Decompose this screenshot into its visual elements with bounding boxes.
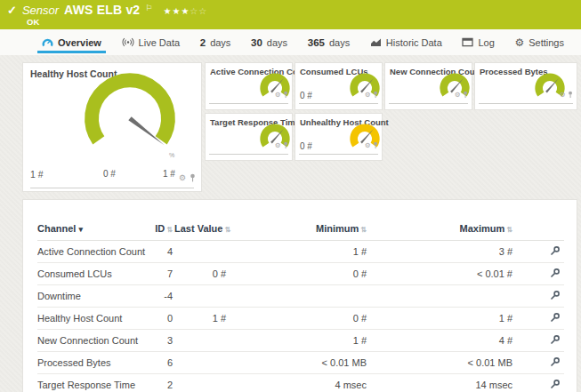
gauge-icon xyxy=(42,37,53,47)
object-kind-label: Sensor xyxy=(22,4,59,17)
log-icon xyxy=(462,37,473,47)
gear-icon[interactable]: ⚙ xyxy=(275,92,281,99)
panel-divider xyxy=(299,103,378,104)
tab-label: days xyxy=(329,37,350,48)
table-row-healthy-host-count[interactable]: Healthy Host Count01 #0 #1 # xyxy=(37,308,564,330)
cell-last-value xyxy=(174,374,228,392)
cell-maximum: < 0.01 MB xyxy=(368,352,514,374)
channel-settings-icon[interactable] xyxy=(550,268,561,280)
cell-maximum: 4 # xyxy=(368,330,514,352)
priority-stars[interactable]: ★★★☆☆ xyxy=(163,6,207,16)
pin-icon[interactable] xyxy=(373,88,378,101)
table-row-consumed-lcus[interactable]: Consumed LCUs70 #0 #< 0.01 # xyxy=(37,263,564,285)
sensor-header: ✓ Sensor AWS ELB v2 ⚐ ★★★☆☆ OK xyxy=(0,0,581,29)
cell-id: 7 xyxy=(146,263,174,285)
gauge-dial xyxy=(68,70,192,175)
gear-icon[interactable]: ⚙ xyxy=(365,92,371,99)
channel-settings-icon[interactable] xyxy=(550,356,561,369)
tab-settings[interactable]: ⚙Settings xyxy=(510,29,569,55)
gear-icon[interactable]: ⚙ xyxy=(560,92,566,99)
flag-icon: ⚐ xyxy=(145,4,152,12)
cell-last-value: 0 # xyxy=(174,263,228,285)
tab-label-strong: 365 xyxy=(308,37,325,48)
panel-divider xyxy=(479,103,573,104)
table-row-target-response-time[interactable]: Target Response Time24 msec14 msec xyxy=(37,374,564,392)
channel-settings-icon[interactable] xyxy=(550,290,561,302)
star-icon[interactable]: ★ xyxy=(163,6,172,16)
settings-gear-icon: ⚙ xyxy=(514,37,524,48)
tab-historic-data[interactable]: Historic Data xyxy=(366,29,447,55)
cell-channel: Active Connection Count xyxy=(37,241,146,263)
pin-icon[interactable] xyxy=(283,139,288,152)
column-header-minimum[interactable]: Minimum⇅ xyxy=(228,218,368,241)
column-header-last-value[interactable]: Last Value⇅ xyxy=(174,218,228,241)
cell-maximum xyxy=(368,285,514,308)
channel-settings-icon[interactable] xyxy=(550,379,561,391)
panel-divider xyxy=(30,188,194,188)
gauge-panel-healthy-host-count: Healthy Host Count % 0 # 1 # 1 # ⚙ xyxy=(22,62,202,192)
table-row-downtime[interactable]: Downtime-4 xyxy=(37,285,564,308)
tab-365-days[interactable]: 365days xyxy=(303,29,354,55)
star-icon[interactable]: ☆ xyxy=(190,6,198,16)
gear-icon[interactable]: ⚙ xyxy=(179,174,186,182)
tab-overview[interactable]: Overview xyxy=(37,29,106,55)
cell-minimum: 0 # xyxy=(228,263,368,285)
cell-maximum: 14 msec xyxy=(368,374,514,392)
gear-icon[interactable]: ⚙ xyxy=(275,142,281,149)
gauge-panel-consumed-lcus: Consumed LCUs 0 #⚙ xyxy=(295,62,383,110)
sort-icon: ⇅ xyxy=(166,226,173,234)
gear-icon[interactable]: ⚙ xyxy=(365,142,371,149)
cell-id: 2 xyxy=(146,374,174,392)
table-row-processed-bytes[interactable]: Processed Bytes6< 0.01 MB< 0.01 MB xyxy=(37,352,564,374)
status-ok-check-icon: ✓ xyxy=(7,4,17,17)
cell-channel: Processed Bytes xyxy=(37,352,146,374)
pin-icon[interactable] xyxy=(283,88,288,101)
star-icon[interactable]: ★ xyxy=(172,6,181,16)
sort-icon: ⇅ xyxy=(224,226,230,234)
panel-divider xyxy=(209,154,288,155)
panel-divider xyxy=(209,103,288,104)
column-header-id[interactable]: ID⇅ xyxy=(146,218,174,241)
gear-icon[interactable]: ⚙ xyxy=(455,92,461,99)
tab-30-days[interactable]: 30days xyxy=(246,29,292,55)
cell-minimum: 1 # xyxy=(228,330,368,352)
tab-label: Live Data xyxy=(139,37,180,48)
star-icon[interactable]: ★ xyxy=(181,6,190,16)
tab-log[interactable]: Log xyxy=(457,29,498,55)
sort-desc-icon: ▾ xyxy=(78,225,83,234)
pin-icon[interactable] xyxy=(190,170,196,186)
channel-settings-icon[interactable] xyxy=(550,334,561,347)
prtg-sensor-overview-page: ✓ Sensor AWS ELB v2 ⚐ ★★★☆☆ OK OverviewL… xyxy=(0,0,581,392)
channel-settings-icon[interactable] xyxy=(550,245,561,258)
star-icon[interactable]: ☆ xyxy=(198,6,207,16)
gauge-panel-active-connection-count: Active Connection Count ⚙ xyxy=(205,62,293,110)
column-header-maximum[interactable]: Maximum⇅ xyxy=(368,218,514,241)
sort-icon: ⇅ xyxy=(360,226,367,234)
gauge-panel-unhealthy-host-count: Unhealthy Host Count 0 #⚙ xyxy=(295,113,383,161)
cell-maximum: 1 # xyxy=(368,308,514,330)
cell-last-value: 1 # xyxy=(174,308,228,330)
tab-live-data[interactable]: Live Data xyxy=(117,29,184,55)
panel-divider xyxy=(389,103,468,104)
cell-minimum: 0 # xyxy=(228,308,368,330)
cell-channel: Consumed LCUs xyxy=(37,263,146,285)
tab-label: Overview xyxy=(58,37,101,48)
cell-minimum: 1 # xyxy=(228,241,368,263)
table-row-new-connection-count[interactable]: New Connection Count31 #4 # xyxy=(37,330,564,352)
cell-maximum: 3 # xyxy=(368,241,514,263)
gauge-current-value: 0 # xyxy=(300,141,312,151)
cell-last-value xyxy=(174,241,228,263)
tab-2-days[interactable]: 2days xyxy=(196,29,236,55)
pin-icon[interactable] xyxy=(463,88,468,101)
tab-label: Log xyxy=(478,37,494,48)
pin-icon[interactable] xyxy=(568,88,573,101)
channel-settings-icon[interactable] xyxy=(550,312,561,324)
table-row-active-connection-count[interactable]: Active Connection Count41 #3 # xyxy=(37,241,564,263)
pin-icon[interactable] xyxy=(373,139,378,152)
cell-id: 6 xyxy=(146,352,174,374)
cell-last-value xyxy=(174,285,228,308)
channel-table: Channel▾ID⇅Last Value⇅Minimum⇅Maximum⇅ A… xyxy=(37,218,564,392)
tab-label-strong: 2 xyxy=(200,37,206,48)
column-header-channel[interactable]: Channel▾ xyxy=(37,218,146,241)
gauge-current-value: 1 # xyxy=(30,169,44,180)
